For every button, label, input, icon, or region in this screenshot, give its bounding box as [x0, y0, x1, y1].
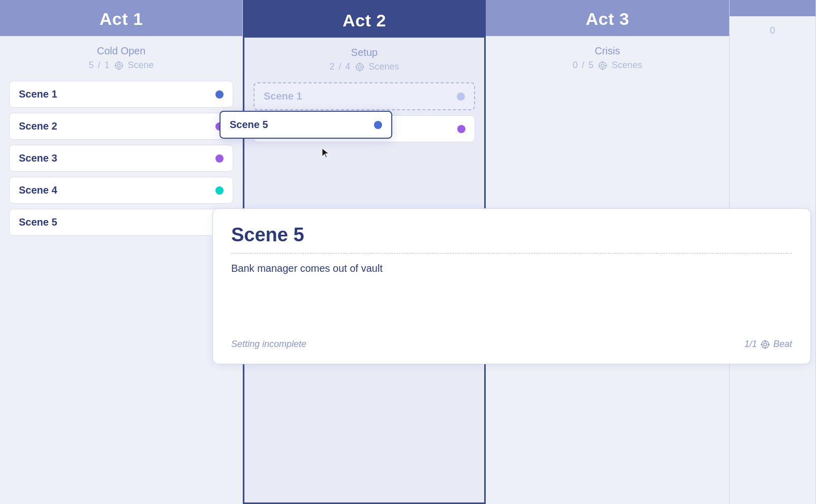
- svg-point-1: [117, 64, 120, 67]
- act2-title: Act 2: [255, 11, 474, 30]
- act1-section-name: Cold Open: [10, 45, 232, 57]
- act4-header: [730, 0, 815, 16]
- act1-scene1-dot: [215, 90, 224, 99]
- act2-count-current: 2: [329, 61, 334, 72]
- act2-scene-count: 2 / 4 Scenes: [255, 61, 474, 72]
- act3-header: Act 3: [486, 0, 729, 36]
- drag-overlay-title: Scene 5: [230, 119, 268, 131]
- act1-count-sep: /: [98, 60, 100, 71]
- detail-beat: 1/1 Beat: [744, 339, 792, 350]
- detail-scene-title: Scene 5: [231, 224, 792, 246]
- act1-scene5-card[interactable]: Scene 5: [9, 209, 233, 236]
- act1-scene2-title: Scene 2: [19, 120, 57, 132]
- svg-point-13: [601, 64, 604, 67]
- detail-panel: Scene 5 Bank manager comes out of vault …: [212, 208, 811, 364]
- detail-status: Setting incomplete: [231, 339, 306, 350]
- drag-overlay-dot: [374, 121, 382, 129]
- svg-point-7: [358, 66, 361, 69]
- act2-scene1-ghost-title: Scene 1: [264, 90, 302, 102]
- act1-count-total: 1: [104, 60, 109, 71]
- act1-scene1-title: Scene 1: [19, 88, 57, 100]
- act2-count-label: Scenes: [369, 61, 399, 72]
- act1-column: Act 1 Cold Open 5 / 1 Scene S: [0, 0, 243, 504]
- act2-count-sep: /: [338, 61, 341, 72]
- act1-scene1-card[interactable]: Scene 1: [9, 81, 233, 108]
- act1-scene4-title: Scene 4: [19, 184, 57, 196]
- act3-section-header: Crisis 0 / 5 Scenes: [486, 36, 729, 76]
- act1-scene3-card[interactable]: Scene 3: [9, 145, 233, 172]
- act3-count-current: 0: [573, 60, 578, 71]
- act1-scene-count: 5 / 1 Scene: [10, 60, 232, 71]
- act1-scene4-dot: [215, 186, 224, 195]
- act1-count-current: 5: [88, 60, 93, 71]
- act3-count-sep: /: [582, 60, 584, 71]
- act3-title: Act 3: [496, 9, 719, 29]
- act1-scene4-card[interactable]: Scene 4: [9, 177, 233, 204]
- detail-description: Bank manager comes out of vault: [231, 263, 792, 324]
- act4-count-current: 0: [770, 25, 775, 36]
- act1-scene3-title: Scene 3: [19, 152, 57, 164]
- board: Act 1 Cold Open 5 / 1 Scene S: [0, 0, 816, 504]
- svg-point-0: [115, 62, 122, 69]
- act3-count-total: 5: [588, 60, 593, 71]
- act3-section-name: Crisis: [496, 45, 719, 57]
- act2-count-total: 4: [345, 61, 350, 72]
- svg-point-18: [762, 341, 769, 348]
- act1-scene3-dot: [215, 154, 224, 163]
- act1-scene2-card[interactable]: Scene 2: [9, 113, 233, 140]
- act2-target-icon: [355, 62, 365, 72]
- act4-scene-count: 0: [740, 25, 805, 36]
- detail-beat-count: 1/1: [744, 339, 757, 350]
- act4-section-header: 0: [730, 16, 815, 41]
- act1-target-icon: [114, 60, 124, 71]
- act2-section-header: Setup 2 / 4 Scenes: [244, 38, 484, 77]
- act2-section-name: Setup: [255, 47, 474, 58]
- detail-footer: Setting incomplete 1/1 Beat: [231, 339, 792, 350]
- detail-beat-icon: [760, 339, 770, 350]
- act1-header: Act 1: [0, 0, 242, 36]
- act1-scenes-list: Scene 1 Scene 2 Scene 3 Scene 4 Scene 5: [0, 76, 242, 241]
- act3-count-label: Scenes: [612, 60, 642, 71]
- svg-point-19: [764, 343, 767, 346]
- act2-scene1-ghost: Scene 1: [254, 82, 475, 110]
- act3-scene-count: 0 / 5 Scenes: [496, 60, 719, 71]
- act2-scene2-dot: [457, 125, 465, 133]
- detail-beat-label: Beat: [773, 339, 792, 350]
- svg-point-12: [599, 62, 606, 69]
- act3-target-icon: [598, 60, 608, 71]
- drag-overlay-card[interactable]: Scene 5: [219, 111, 392, 139]
- svg-point-6: [356, 64, 363, 71]
- act1-section-header: Cold Open 5 / 1 Scene: [0, 36, 242, 76]
- act2-header: Act 2: [244, 2, 484, 38]
- act1-scene5-title: Scene 5: [19, 216, 57, 228]
- detail-divider: [231, 253, 792, 254]
- act1-count-label: Scene: [128, 60, 154, 71]
- act1-title: Act 1: [10, 9, 232, 29]
- act2-scene1-ghost-dot: [457, 92, 465, 101]
